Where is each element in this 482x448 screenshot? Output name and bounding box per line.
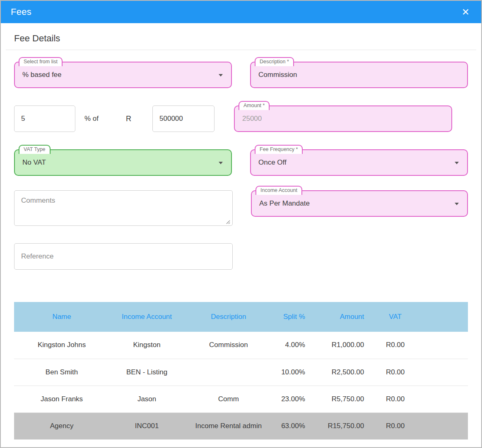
amount-field[interactable]: Amount * 25000 <box>234 105 452 132</box>
vat-type-value: No VAT <box>22 158 46 167</box>
cell-description: Income Rental admin <box>184 412 273 439</box>
fee-type-value: % based fee <box>22 71 62 79</box>
cell-name: Kingston Johns <box>14 332 109 359</box>
cell-vat: R0.00 <box>375 359 416 386</box>
description-label: Description * <box>255 57 294 66</box>
table-row: Kingston Johns Kingston Commission 4.00%… <box>14 332 468 359</box>
cell-amount: R1,000.00 <box>316 332 375 359</box>
cell-filler <box>416 386 468 412</box>
percent-input[interactable] <box>14 105 75 132</box>
cell-split: 4.00% <box>273 332 316 359</box>
col-header-filler <box>416 302 468 332</box>
cell-amount: R15,750.00 <box>316 412 375 439</box>
chevron-down-icon <box>219 74 223 77</box>
col-header-split: Split % <box>273 302 316 332</box>
amount-label: Amount * <box>239 101 270 110</box>
chevron-down-icon <box>455 203 459 205</box>
fee-split-table-container: Name Income Account Description Split % … <box>14 302 468 440</box>
table-row: Jason Franks Jason Comm 23.00% R5,750.00… <box>14 386 468 412</box>
income-account-select[interactable]: Income Account As Per Mandate <box>251 190 468 217</box>
form-row-2: % of R Amount * 25000 <box>14 105 468 132</box>
cell-split: 10.00% <box>273 359 316 386</box>
cell-vat: R0.00 <box>375 386 416 412</box>
cell-name: Ben Smith <box>14 359 109 386</box>
cell-income-account: INC001 <box>109 412 184 439</box>
close-icon: ✕ <box>462 7 470 17</box>
close-button[interactable]: ✕ <box>460 7 471 18</box>
cell-name: Agency <box>14 412 109 439</box>
col-header-vat: VAT <box>375 302 416 332</box>
chevron-down-icon <box>219 162 223 164</box>
description-field[interactable]: Description * Commission <box>250 62 468 88</box>
chevron-down-icon <box>455 162 459 164</box>
currency-symbol: R <box>126 115 131 123</box>
modal-body: Fee Details Select from list % based fee… <box>1 33 481 440</box>
cell-filler <box>416 332 468 359</box>
fee-frequency-value: Once Off <box>258 158 287 167</box>
resize-handle-icon <box>225 219 231 225</box>
table-header-row: Name Income Account Description Split % … <box>14 302 468 332</box>
form-row-5 <box>14 243 468 270</box>
percent-of-label: % of <box>84 115 99 123</box>
vat-type-select[interactable]: VAT Type No VAT <box>14 149 232 176</box>
fee-type-label: Select from list <box>19 57 63 66</box>
amount-value: 25000 <box>242 115 262 123</box>
col-header-name: Name <box>14 302 109 332</box>
table-row-agency-highlighted: Agency INC001 Income Rental admin 63.00%… <box>14 412 468 439</box>
cell-split: 63.00% <box>273 412 316 439</box>
cell-income-account: Jason <box>109 386 184 412</box>
cell-split: 23.00% <box>273 386 316 412</box>
vat-type-label: VAT Type <box>19 145 51 154</box>
cell-vat: R0.00 <box>375 412 416 439</box>
cell-amount: R5,750.00 <box>316 386 375 412</box>
form-row-3: VAT Type No VAT Fee Frequency * Once Off <box>14 149 468 176</box>
cell-description: Comm <box>184 386 273 412</box>
cell-amount: R2,500.00 <box>316 359 375 386</box>
col-header-amount: Amount <box>316 302 375 332</box>
reference-input[interactable] <box>14 243 233 270</box>
fees-modal: Fees ✕ Fee Details Select from list % ba… <box>0 0 482 448</box>
cell-description: Commission <box>184 332 273 359</box>
modal-header: Fees ✕ <box>1 1 481 23</box>
cell-filler <box>416 412 468 439</box>
fee-type-select[interactable]: Select from list % based fee <box>14 62 232 88</box>
base-amount-input[interactable] <box>152 105 214 132</box>
cell-vat: R0.00 <box>375 332 416 359</box>
modal-title: Fees <box>11 7 31 17</box>
section-heading: Fee Details <box>14 33 468 44</box>
col-header-income-account: Income Account <box>109 302 184 332</box>
table-row: Ben Smith BEN - Listing 10.00% R2,500.00… <box>14 359 468 386</box>
fee-frequency-select[interactable]: Fee Frequency * Once Off <box>250 149 468 176</box>
income-account-label: Income Account <box>255 186 302 195</box>
form-row-4: Income Account As Per Mandate <box>14 190 468 228</box>
income-account-value: As Per Mandate <box>259 199 310 208</box>
cell-description <box>184 359 273 386</box>
form-row-1: Select from list % based fee Description… <box>14 62 468 88</box>
fee-frequency-label: Fee Frequency * <box>255 145 303 154</box>
cell-name: Jason Franks <box>14 386 109 412</box>
cell-filler <box>416 359 468 386</box>
description-value: Commission <box>258 71 297 79</box>
divider <box>6 50 476 50</box>
comments-textarea[interactable] <box>14 190 233 226</box>
cell-income-account: BEN - Listing <box>109 359 184 386</box>
cell-income-account: Kingston <box>109 332 184 359</box>
col-header-description: Description <box>184 302 273 332</box>
fee-split-table: Name Income Account Description Split % … <box>14 302 468 440</box>
